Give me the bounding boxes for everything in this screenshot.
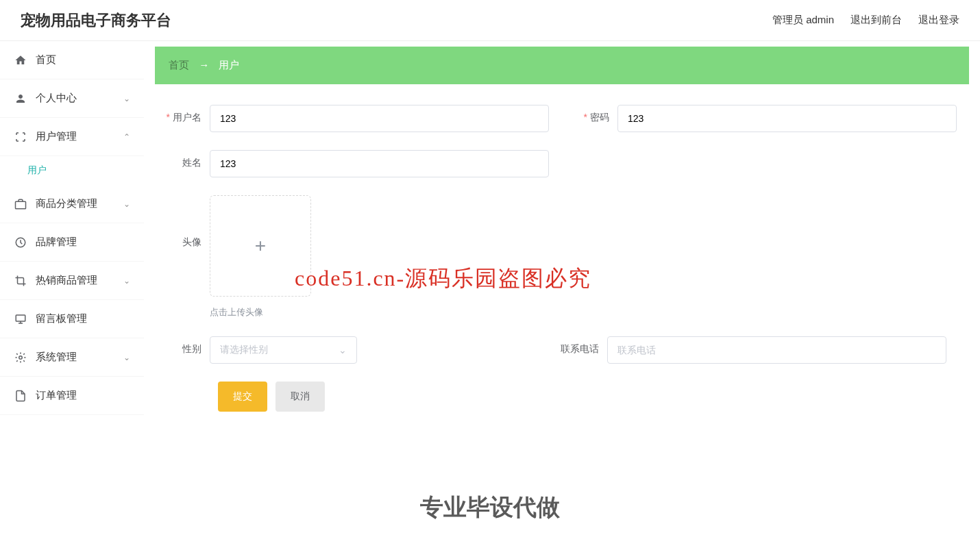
chevron-down-icon: ⌄ [123, 353, 130, 362]
gender-select[interactable]: 请选择性别 ⌄ [210, 336, 357, 364]
exit-to-front-link[interactable]: 退出到前台 [850, 14, 902, 27]
sidebar-subitem-user[interactable]: 用户 [0, 156, 144, 185]
plus-icon: + [255, 235, 266, 257]
gender-label: 性别 [162, 336, 210, 355]
svg-point-3 [19, 355, 23, 359]
phone-input[interactable] [607, 336, 946, 364]
name-input[interactable] [210, 150, 549, 177]
form-group-name: 姓名 [162, 150, 549, 177]
sidebar-item-profile[interactable]: 个人中心 ⌄ [0, 79, 144, 118]
admin-label[interactable]: 管理员 admin [772, 14, 834, 27]
expand-icon [14, 130, 27, 144]
sidebar: 首页 个人中心 ⌄ 用户管理 ⌃ 用户 商品分类管理 ⌄ 品牌管理 热销商品管理… [0, 41, 144, 537]
sidebar-label: 个人中心 [36, 92, 77, 105]
footer-text: 专业毕设代做 [420, 492, 560, 523]
breadcrumb-arrow: → [199, 59, 209, 71]
user-icon [14, 92, 27, 105]
sidebar-label: 商品分类管理 [36, 197, 97, 210]
sidebar-label: 品牌管理 [36, 236, 77, 249]
form-group-avatar: 头像 + 点击上传头像 [162, 195, 311, 319]
header-right: 管理员 admin 退出到前台 退出登录 [772, 14, 959, 27]
document-icon [14, 389, 27, 403]
password-input[interactable] [617, 105, 957, 132]
sidebar-item-brand[interactable]: 品牌管理 [0, 223, 144, 262]
gear-icon [14, 351, 27, 364]
sidebar-item-category[interactable]: 商品分类管理 ⌄ [0, 185, 144, 223]
breadcrumb-current: 用户 [219, 59, 239, 71]
avatar-hint: 点击上传头像 [210, 306, 311, 319]
sidebar-label: 用户管理 [36, 130, 77, 143]
header: 宠物用品电子商务平台 管理员 admin 退出到前台 退出登录 [0, 0, 980, 41]
main-layout: 首页 个人中心 ⌄ 用户管理 ⌃ 用户 商品分类管理 ⌄ 品牌管理 热销商品管理… [0, 41, 980, 537]
monitor-icon [14, 312, 27, 326]
form-group-phone: 联系电话 [559, 336, 946, 364]
submit-button[interactable]: 提交 [218, 382, 267, 412]
sidebar-item-hot[interactable]: 热销商品管理 ⌄ [0, 262, 144, 300]
avatar-upload[interactable]: + [210, 195, 311, 297]
form-group-username: 用户名 [162, 105, 549, 132]
sidebar-item-order[interactable]: 订单管理 [0, 377, 144, 415]
user-form: 用户名 密码 姓名 头像 + [155, 105, 969, 412]
crop-icon [14, 274, 27, 288]
chevron-up-icon: ⌃ [123, 132, 130, 142]
main-content: 首页 → 用户 用户名 密码 姓名 [144, 41, 980, 537]
app-title: 宠物用品电子商务平台 [21, 10, 171, 31]
breadcrumb-home[interactable]: 首页 [169, 59, 189, 71]
form-group-gender: 性别 请选择性别 ⌄ [162, 336, 357, 364]
briefcase-icon [14, 197, 27, 211]
form-group-password: 密码 [569, 105, 957, 132]
sidebar-item-message[interactable]: 留言板管理 [0, 300, 144, 338]
svg-rect-2 [16, 315, 25, 321]
sidebar-label: 系统管理 [36, 351, 77, 364]
clock-icon [14, 236, 27, 249]
sidebar-label: 首页 [36, 53, 56, 66]
sidebar-label: 留言板管理 [36, 312, 87, 325]
form-actions: 提交 取消 [218, 382, 962, 412]
svg-rect-0 [16, 201, 26, 209]
avatar-label: 头像 [162, 195, 210, 249]
sidebar-label: 热销商品管理 [36, 274, 97, 287]
cancel-button[interactable]: 取消 [275, 382, 325, 412]
sidebar-item-user-mgmt[interactable]: 用户管理 ⌃ [0, 118, 144, 156]
sidebar-label: 订单管理 [36, 389, 77, 402]
name-label: 姓名 [162, 150, 210, 169]
sidebar-item-home[interactable]: 首页 [0, 41, 144, 79]
chevron-down-icon: ⌄ [339, 345, 347, 355]
home-icon [14, 53, 27, 67]
chevron-down-icon: ⌄ [123, 199, 130, 209]
gender-placeholder: 请选择性别 [220, 344, 268, 356]
phone-label: 联系电话 [559, 336, 607, 355]
breadcrumb: 首页 → 用户 [155, 47, 969, 84]
chevron-down-icon: ⌄ [123, 94, 130, 103]
sidebar-item-system[interactable]: 系统管理 ⌄ [0, 338, 144, 377]
password-label: 密码 [569, 105, 617, 124]
username-input[interactable] [210, 105, 549, 132]
username-label: 用户名 [162, 105, 210, 124]
logout-link[interactable]: 退出登录 [918, 14, 959, 27]
chevron-down-icon: ⌄ [123, 276, 130, 286]
